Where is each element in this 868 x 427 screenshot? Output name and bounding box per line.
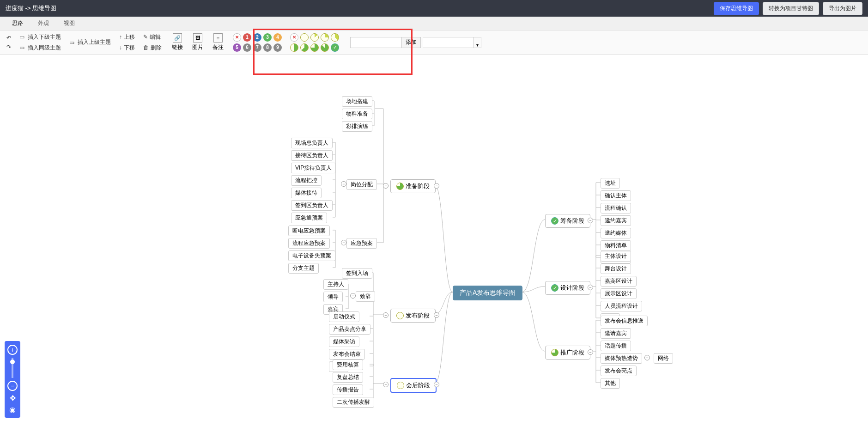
progress-75[interactable]	[310, 43, 319, 52]
zoom-in-button[interactable]: +	[7, 345, 18, 355]
mindmap-node[interactable]: ✓设计阶段	[545, 281, 590, 295]
mindmap-leaf[interactable]: 展示区设计	[601, 288, 637, 299]
locate-icon[interactable]: ◉	[9, 405, 16, 414]
priority-8[interactable]: 8	[263, 43, 272, 52]
insert-parent-button[interactable]: ▭插入上级主题	[67, 37, 113, 47]
priority-3[interactable]: 3	[263, 33, 272, 42]
mindmap-leaf[interactable]: 舞台设计	[601, 263, 631, 274]
mindmap-leaf[interactable]: 邀约嘉宾	[601, 215, 631, 226]
image-button[interactable]: 🖼 图片	[188, 31, 207, 53]
mindmap-leaf[interactable]: 发布会结束	[329, 349, 365, 360]
toggle-button[interactable]: −	[341, 181, 346, 187]
move-down-button[interactable]: ↓下移	[117, 43, 137, 53]
mindmap-node[interactable]: 推广阶段	[545, 346, 590, 360]
toggle-button[interactable]: −	[383, 183, 388, 189]
mindmap-leaf[interactable]: 现场总负责人	[291, 138, 333, 148]
mindmap-leaf[interactable]: 致辞	[356, 291, 375, 302]
mindmap-leaf[interactable]: 流程把控	[291, 175, 322, 186]
mindmap-leaf[interactable]: 场地搭建	[342, 96, 372, 107]
progress-clear[interactable]: ✕	[290, 33, 298, 42]
mindmap-node[interactable]: 准备阶段	[390, 179, 436, 193]
mindmap-leaf[interactable]: 应急通预案	[291, 213, 327, 223]
toggle-button[interactable]: −	[434, 183, 439, 189]
mindmap-leaf[interactable]: 媒体采访	[329, 336, 359, 347]
mindmap-leaf[interactable]: 启动仪式	[329, 311, 359, 322]
mindmap-leaf[interactable]: 其他	[601, 378, 620, 389]
mindmap-leaf[interactable]: 领导	[323, 292, 343, 302]
delete-button[interactable]: 🗑删除	[141, 43, 164, 53]
mindmap-leaf[interactable]: 发布会信息推送	[601, 316, 648, 326]
mindmap-leaf[interactable]: 嘉宾区设计	[601, 276, 637, 287]
mindmap-leaf[interactable]: 发布会亮点	[601, 366, 637, 376]
toggle-button[interactable]: −	[383, 312, 388, 318]
mindmap-leaf[interactable]: 二次传播发酵	[333, 397, 374, 408]
toggle-button[interactable]: −	[341, 240, 346, 245]
toggle-button[interactable]: −	[644, 355, 650, 360]
mindmap-canvas[interactable]: 产品A发布思维导图✓筹备阶段−选址确认主体流程确认邀约嘉宾邀约媒体物料清单预估费…	[0, 55, 868, 427]
add-input-2[interactable]	[423, 37, 473, 48]
mindmap-leaf[interactable]: 邀约媒体	[601, 228, 631, 238]
mindmap-leaf[interactable]: 选址	[601, 178, 620, 189]
zoom-out-button[interactable]: −	[7, 381, 18, 391]
zoom-slider[interactable]	[12, 358, 13, 378]
mindmap-leaf[interactable]: 物料准备	[342, 109, 372, 119]
toggle-button[interactable]: −	[383, 382, 388, 387]
mindmap-leaf[interactable]: 断电应急预案	[288, 226, 330, 236]
priority-9[interactable]: 9	[273, 43, 282, 52]
mindmap-leaf[interactable]: 电子设备失预案	[288, 250, 335, 261]
export-image-button[interactable]: 导出为图片	[823, 2, 862, 15]
mindmap-leaf[interactable]: 签到区负责人	[291, 200, 333, 211]
toggle-button[interactable]: −	[588, 349, 593, 355]
mindmap-leaf[interactable]: 流程应急预案	[288, 238, 330, 249]
progress-37[interactable]	[331, 33, 339, 42]
priority-5[interactable]: 5	[233, 43, 241, 52]
priority-clear[interactable]: ✕	[233, 33, 241, 42]
mindmap-node[interactable]: 产品A发布思维导图	[453, 286, 522, 300]
mindmap-leaf[interactable]: 邀请嘉宾	[601, 328, 631, 339]
edit-button[interactable]: ✎编辑	[141, 32, 163, 42]
mindmap-leaf[interactable]: 媒体接待	[291, 188, 322, 198]
mindmap-leaf[interactable]: 岗位分配	[346, 179, 377, 190]
mindmap-leaf[interactable]: 话题传播	[601, 341, 631, 351]
mindmap-leaf[interactable]: 媒体预热造势	[601, 353, 642, 364]
priority-1[interactable]: 1	[243, 33, 251, 42]
mindmap-leaf[interactable]: 复盘总结	[333, 372, 363, 383]
priority-6[interactable]: 6	[243, 43, 251, 52]
toggle-button[interactable]: −	[434, 312, 439, 318]
pan-icon[interactable]: ✥	[10, 394, 16, 403]
mindmap-leaf[interactable]: 产品卖点分享	[329, 324, 370, 335]
undo-button[interactable]: ↶	[5, 34, 13, 42]
toggle-button[interactable]: −	[350, 293, 356, 299]
toggle-button[interactable]: −	[588, 218, 593, 223]
mindmap-leaf[interactable]: 彩排演练	[342, 121, 372, 132]
mindmap-node[interactable]: ✓筹备阶段	[545, 214, 590, 228]
mindmap-leaf[interactable]: 费用核算	[333, 360, 363, 370]
add-resource-button[interactable]: 添加	[401, 37, 420, 48]
progress-done[interactable]: ✓	[331, 43, 339, 52]
mindmap-leaf[interactable]: VIP接待负责人	[291, 163, 336, 173]
mindmap-leaf[interactable]: 签到入场	[342, 268, 372, 279]
mindmap-leaf[interactable]: 主体设计	[601, 251, 631, 262]
mindmap-leaf[interactable]: 传播报告	[333, 384, 363, 395]
progress-12[interactable]	[310, 33, 319, 42]
mindmap-leaf[interactable]: 流程确认	[601, 203, 631, 214]
redo-button[interactable]: ↷	[5, 43, 13, 51]
mindmap-node[interactable]: 会后阶段	[390, 378, 437, 393]
dropdown-icon[interactable]: ▾	[473, 37, 481, 48]
mindmap-leaf[interactable]: 分支主题	[288, 263, 319, 274]
zoom-thumb[interactable]	[10, 360, 15, 364]
save-button[interactable]: 保存思维导图	[714, 2, 759, 15]
convert-gantt-button[interactable]: 转换为项目甘特图	[763, 2, 819, 15]
mindmap-leaf[interactable]: 网络	[654, 353, 673, 364]
mindmap-leaf[interactable]: 人员流程设计	[601, 301, 642, 311]
priority-7[interactable]: 7	[253, 43, 261, 52]
priority-2[interactable]: 2	[253, 33, 261, 42]
tab-view[interactable]: 视图	[56, 17, 82, 30]
mindmap-leaf[interactable]: 确认主体	[601, 190, 631, 201]
mindmap-leaf[interactable]: 应急预案	[346, 238, 377, 249]
toggle-button[interactable]: −	[588, 285, 593, 290]
move-up-button[interactable]: ↑上移	[117, 32, 137, 42]
tab-appearance[interactable]: 外观	[30, 17, 56, 30]
progress-87[interactable]	[321, 43, 329, 52]
progress-50[interactable]	[290, 43, 298, 52]
